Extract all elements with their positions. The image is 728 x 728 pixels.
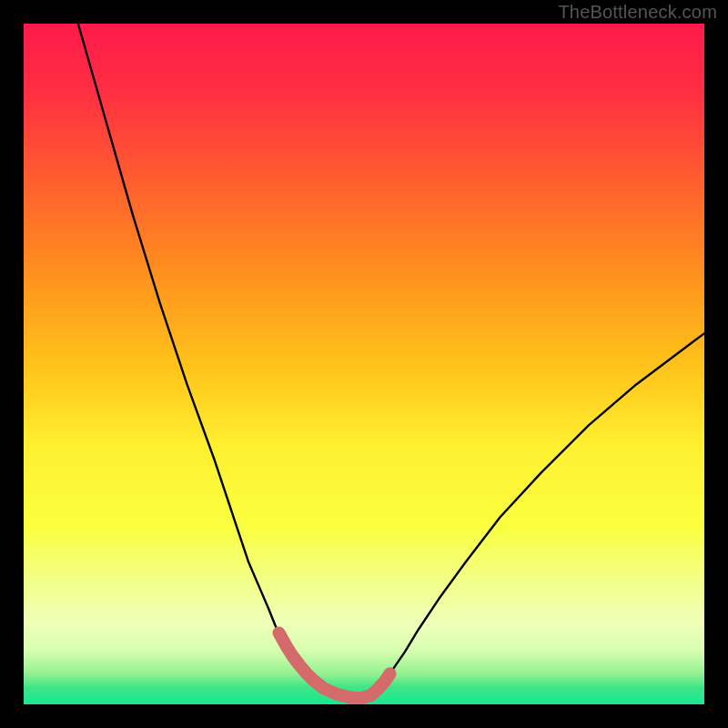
plot-area [24, 24, 704, 704]
curve-left [78, 24, 358, 700]
watermark-text: TheBottleneck.com [558, 2, 717, 23]
valley-highlight [279, 632, 390, 698]
curve-layer [24, 24, 704, 704]
curve-right [358, 333, 704, 699]
chart-frame: TheBottleneck.com [0, 0, 728, 728]
